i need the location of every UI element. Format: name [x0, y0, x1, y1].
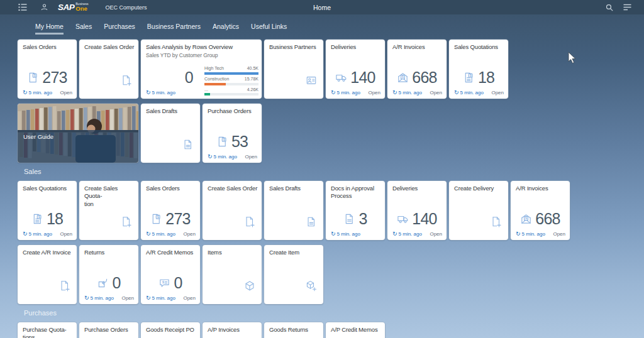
refresh-time-text: 5 min. ago [522, 231, 545, 237]
open-link[interactable]: Open [183, 231, 196, 237]
refresh-timestamp[interactable]: ↻5 min. ago [146, 89, 175, 95]
search-icon[interactable] [606, 4, 613, 11]
open-link[interactable]: Open [430, 90, 442, 95]
tile-items[interactable]: Items [203, 245, 262, 304]
refresh-timestamp[interactable]: ↻5 min. ago [392, 231, 422, 237]
refresh-timestamp[interactable]: ↻5 min. ago [146, 231, 175, 237]
tile-sales-quotations[interactable]: Sales Quotations$18↻5 min. agoOpen [449, 40, 508, 99]
open-link[interactable]: Open [553, 231, 565, 237]
micro-chart-bar-track [204, 83, 258, 85]
open-link[interactable]: Open [183, 295, 196, 301]
open-link[interactable]: Open [60, 231, 72, 237]
refresh-timestamp[interactable]: ↻5 min. ago [23, 231, 52, 237]
tile-purchase-orders[interactable]: Purchase Orders [79, 322, 138, 338]
refresh-timestamp[interactable]: ↻5 min. ago [208, 153, 237, 160]
menu-list-icon[interactable] [18, 3, 27, 11]
tile-footer: ↻5 min. agoOpen [23, 89, 72, 95]
refresh-timestamp[interactable]: ↻5 min. ago [23, 89, 52, 95]
tile-footer: ↻5 min. agoOpen [208, 153, 257, 160]
tile-sales-drafts[interactable]: Sales Drafts [141, 104, 200, 163]
tile-sales-orders[interactable]: Sales Orders$273↻5 min. agoOpen [141, 181, 200, 240]
tab-sales[interactable]: Sales [75, 23, 92, 36]
tile-create-sales-order[interactable]: Create Sales Order [203, 181, 262, 240]
tab-useful-links[interactable]: Useful Links [251, 23, 287, 36]
tile-kpi: $273 [142, 210, 199, 228]
tile-kpi: 140 [327, 68, 384, 87]
tile-a-p-credit-memos[interactable]: A/P Credit Memos [326, 322, 385, 338]
tile-count: 0 [174, 274, 182, 292]
tile-deliveries[interactable]: Deliveries140↻5 min. agoOpen [326, 40, 385, 99]
sap-logo-text: SAP [58, 3, 74, 12]
micro-chart-head: Construction15.78K [204, 77, 258, 82]
tile-title: Sales Orders [23, 43, 74, 51]
tab-business-partners[interactable]: Business Partners [147, 23, 201, 36]
micro-chart-label: Construction [204, 77, 229, 82]
sap-business-one-logo[interactable]: SAP Business One [58, 3, 89, 12]
tile-deliveries[interactable]: Deliveries140↻5 min. agoOpen [387, 181, 447, 240]
tile-goods-receipt-po[interactable]: Goods Receipt PO [141, 322, 200, 338]
tile-kpi: 140 [389, 210, 445, 228]
tile-count: 140 [412, 210, 436, 228]
tile-create-a-r-invoice[interactable]: Create A/R Invoice [18, 245, 77, 304]
refresh-time-text: 5 min. ago [214, 154, 237, 160]
tile-create-item[interactable]: Create Item [264, 245, 323, 304]
open-link[interactable]: Open [491, 90, 504, 95]
tab-analytics[interactable]: Analytics [213, 23, 239, 36]
refresh-timestamp[interactable]: ↻5 min. ago [454, 89, 484, 95]
tile-create-delivery[interactable]: Create Delivery [449, 181, 508, 240]
notifications-icon[interactable] [623, 4, 631, 11]
open-link[interactable]: Open [121, 295, 134, 301]
tile-a-r-credit-memos[interactable]: A/R Credit Memos$0↻5 min. agoOpen [141, 245, 200, 304]
tile-sales-analysis-by-rows-overview[interactable]: Sales Analysis by Rows OverviewSales YTD… [141, 40, 262, 99]
tile-title: Returns [84, 249, 135, 256]
refresh-timestamp[interactable]: ↻5 min. ago [84, 295, 114, 301]
tile-sales-quotations[interactable]: Sales Quotations$18↻5 min. agoOpen [18, 181, 77, 240]
refresh-icon: ↻ [84, 295, 89, 301]
tile-title: A/R Invoices [392, 43, 443, 51]
refresh-time-text: 5 min. ago [399, 231, 422, 237]
tile-a-r-invoices[interactable]: A/R Invoices$668↻5 min. agoOpen [387, 40, 447, 99]
tile-title: Create Item [269, 249, 320, 256]
image-tile-label: User Guide [23, 133, 53, 140]
tile-count: 0 [112, 274, 120, 292]
refresh-timestamp[interactable]: ↻5 min. ago [331, 231, 360, 237]
tile-a-p-invoices[interactable]: A/P Invoices [203, 322, 262, 338]
tile-create-sales-quota-tion[interactable]: Create Sales Quota- tion [79, 181, 138, 240]
open-link[interactable]: Open [245, 154, 257, 160]
tile-footer: ↻5 min. agoOpen [516, 231, 565, 237]
tile-user-guide[interactable]: User Guide [18, 104, 138, 163]
tile-goods-returns[interactable]: Goods Returns [264, 322, 323, 338]
open-link[interactable]: Open [430, 231, 442, 237]
refresh-timestamp[interactable]: ↻5 min. ago [331, 89, 360, 95]
tile-docs-in-approval-process[interactable]: Docs in Approval Process3↻5 min. ago [326, 181, 385, 240]
tile-a-r-invoices[interactable]: A/R Invoices$668↻5 min. agoOpen [511, 181, 570, 240]
tab-purchases[interactable]: Purchases [104, 23, 135, 36]
tile-count: 273 [165, 210, 190, 228]
tab-my-home[interactable]: My Home [35, 23, 64, 36]
tile-business-partners[interactable]: Business Partners [264, 40, 323, 99]
return-box-icon [97, 277, 109, 289]
tile-title: Create Sales Quota- tion [84, 185, 135, 208]
tile-purchase-orders[interactable]: Purchase Orders$53↻5 min. agoOpen [203, 104, 262, 163]
refresh-timestamp[interactable]: ↻5 min. ago [146, 295, 175, 301]
tile-returns[interactable]: Returns0↻5 min. agoOpen [79, 245, 138, 304]
envelope-dollar-icon: $ [397, 72, 409, 84]
tile-sales-orders[interactable]: Sales Orders$273↻5 min. agoOpen [18, 40, 77, 99]
tile-title: Sales Drafts [269, 185, 320, 192]
doc-plus-icon [59, 280, 70, 292]
tile-purchase-quota-tions[interactable]: Purchase Quota- tions [18, 322, 77, 338]
tile-kpi: $668 [512, 210, 569, 228]
tile-count: 18 [478, 68, 494, 87]
refresh-icon: ↻ [146, 231, 151, 237]
user-icon[interactable] [40, 3, 48, 11]
open-link[interactable]: Open [368, 90, 380, 95]
tile-count: 18 [47, 210, 63, 228]
tile-create-sales-order[interactable]: Create Sales Order [79, 40, 138, 99]
tile-sales-drafts[interactable]: Sales Drafts [264, 181, 323, 240]
doc-plus-icon [244, 216, 255, 227]
svg-text:$: $ [34, 74, 36, 77]
refresh-timestamp[interactable]: ↻5 min. ago [392, 89, 422, 95]
tile-kpi: $18 [450, 68, 507, 87]
open-link[interactable]: Open [60, 90, 72, 95]
refresh-timestamp[interactable]: ↻5 min. ago [516, 231, 545, 237]
